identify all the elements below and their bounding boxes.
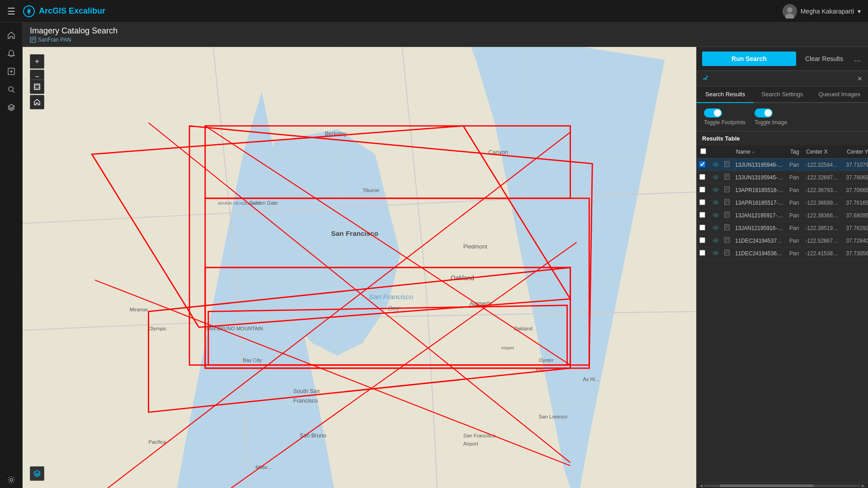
- tab-queued-images[interactable]: Queued Images: [811, 86, 868, 103]
- row-visibility-cell[interactable]: [710, 197, 722, 209]
- row-doc-cell[interactable]: [722, 159, 732, 171]
- row-name[interactable]: 13JAN12195917-P...: [732, 209, 787, 222]
- row-name[interactable]: 13JUN13195946-P...: [732, 159, 787, 171]
- row-visibility-cell[interactable]: [710, 159, 722, 171]
- row-checkbox[interactable]: [699, 187, 705, 192]
- svg-rect-60: [34, 84, 40, 89]
- footprints-toggle-knob: [714, 109, 721, 117]
- scroll-right-button[interactable]: ▶: [861, 483, 866, 488]
- row-checkbox-cell[interactable]: [697, 247, 710, 260]
- panel-scrollbar[interactable]: ◀ ▶: [697, 483, 868, 488]
- row-doc-cell[interactable]: [722, 247, 732, 260]
- row-checkbox[interactable]: [699, 212, 705, 218]
- sidebar-item-home[interactable]: [3, 27, 19, 43]
- sidebar-item-add[interactable]: [3, 63, 19, 80]
- col-header-centerx[interactable]: Center X: [802, 145, 843, 159]
- col-header-tag[interactable]: Tag: [787, 145, 802, 159]
- row-checkbox[interactable]: [699, 237, 705, 243]
- table-row: 13JAN12195916-P... Pan -122.3851930... 3…: [697, 222, 868, 235]
- sidebar-item-layers[interactable]: [3, 99, 19, 116]
- row-doc-cell[interactable]: [722, 197, 732, 209]
- row-visibility-icon[interactable]: [712, 250, 719, 257]
- close-panel-button[interactable]: ✕: [857, 75, 863, 82]
- row-checkbox-cell[interactable]: [697, 222, 710, 235]
- row-visibility-cell[interactable]: [710, 171, 722, 184]
- row-checkbox[interactable]: [699, 225, 705, 230]
- row-checkbox-cell[interactable]: [697, 159, 710, 171]
- map-area[interactable]: Berkeley Canyon Golden Gate San Francisc…: [23, 47, 696, 488]
- row-checkbox-cell[interactable]: [697, 235, 710, 247]
- row-doc-cell[interactable]: [722, 209, 732, 222]
- select-all-checkbox[interactable]: [700, 148, 706, 154]
- row-name[interactable]: 13JUN13195945-P...: [732, 171, 787, 184]
- svg-text:Pacifica: Pacifica: [149, 439, 167, 445]
- row-visibility-icon[interactable]: [712, 212, 719, 219]
- row-doc-icon: [724, 251, 730, 257]
- row-checkbox-cell[interactable]: [697, 197, 710, 209]
- svg-point-6: [9, 87, 13, 91]
- clear-results-button[interactable]: Clear Results: [800, 52, 849, 66]
- scrollbar-thumb[interactable]: [720, 484, 814, 487]
- row-centery: 37.762927260...: [843, 222, 868, 235]
- panel-tabs: Search Results Search Settings Queued Im…: [697, 86, 868, 103]
- row-doc-cell[interactable]: [722, 171, 732, 184]
- extent-button[interactable]: [30, 80, 44, 94]
- row-doc-cell[interactable]: [722, 235, 732, 247]
- row-checkbox-cell[interactable]: [697, 171, 710, 184]
- row-visibility-cell[interactable]: [710, 235, 722, 247]
- row-visibility-icon[interactable]: [712, 187, 719, 193]
- row-doc-icon: [724, 225, 730, 232]
- row-checkbox-cell[interactable]: [697, 184, 710, 197]
- row-visibility-cell[interactable]: [710, 247, 722, 260]
- sidebar-item-notifications[interactable]: [3, 45, 19, 61]
- scroll-left-button[interactable]: ◀: [698, 483, 704, 488]
- row-visibility-icon[interactable]: [712, 174, 719, 181]
- row-name[interactable]: 13APR16185518-P...: [732, 184, 787, 197]
- row-visibility-cell[interactable]: [710, 184, 722, 197]
- sidebar-item-search[interactable]: [3, 81, 19, 98]
- row-name[interactable]: 13APR16185517-P...: [732, 197, 787, 209]
- row-checkbox[interactable]: [699, 199, 705, 205]
- sidebar-item-settings[interactable]: [3, 472, 19, 488]
- col-header-centery[interactable]: Center Y: [843, 145, 868, 159]
- results-table-scroll[interactable]: Name ▲ Tag Center X Center Y: [697, 145, 868, 483]
- row-visibility-icon[interactable]: [712, 238, 719, 244]
- panel-more-button[interactable]: ...: [852, 54, 863, 64]
- run-search-button[interactable]: Run Search: [702, 52, 796, 66]
- home-extent-button[interactable]: [30, 95, 44, 109]
- svg-point-3: [787, 7, 793, 13]
- row-visibility-icon[interactable]: [712, 200, 719, 206]
- row-doc-cell[interactable]: [722, 184, 732, 197]
- col-header-doc: [722, 145, 732, 159]
- row-doc-cell[interactable]: [722, 222, 732, 235]
- app-logo: ArcGIS Excalibur: [23, 5, 105, 18]
- row-visibility-icon[interactable]: [712, 162, 719, 168]
- zoom-in-button[interactable]: +: [30, 54, 44, 69]
- user-dropdown-icon[interactable]: ▾: [858, 8, 861, 15]
- col-header-checkbox[interactable]: [697, 145, 710, 159]
- scrollbar-track[interactable]: [704, 484, 861, 487]
- row-name[interactable]: 11DEC24194537-P...: [732, 235, 787, 247]
- svg-text:San Francisco: San Francisco: [331, 230, 378, 237]
- hamburger-menu[interactable]: ☰: [7, 6, 15, 17]
- row-checkbox-cell[interactable]: [697, 209, 710, 222]
- tab-search-results[interactable]: Search Results: [697, 86, 754, 103]
- row-name[interactable]: 11DEC24194536-P...: [732, 247, 787, 260]
- svg-text:Oyster: Oyster: [539, 357, 554, 363]
- user-section[interactable]: Megha Kakaraparti ▾: [783, 4, 861, 19]
- row-checkbox[interactable]: [699, 250, 705, 256]
- row-visibility-cell[interactable]: [710, 209, 722, 222]
- tab-search-settings[interactable]: Search Settings: [754, 86, 811, 103]
- row-name[interactable]: 13JAN12195916-P...: [732, 222, 787, 235]
- layer-panel-button[interactable]: [30, 466, 44, 481]
- svg-point-70: [715, 214, 717, 216]
- row-centery: 37.730565827...: [843, 247, 868, 260]
- row-checkbox[interactable]: [699, 161, 705, 167]
- image-toggle[interactable]: [755, 108, 773, 117]
- footprints-toggle[interactable]: [704, 108, 722, 117]
- col-header-name[interactable]: Name ▲: [732, 145, 787, 159]
- row-visibility-cell[interactable]: [710, 222, 722, 235]
- excalibur-logo-icon: [23, 5, 35, 18]
- row-checkbox[interactable]: [699, 174, 705, 180]
- row-visibility-icon[interactable]: [712, 225, 719, 231]
